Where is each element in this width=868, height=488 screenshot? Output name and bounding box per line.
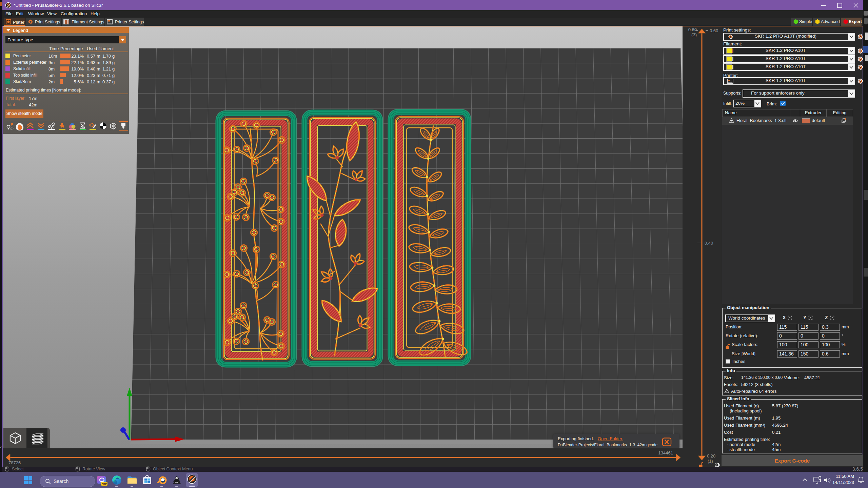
svg-text:PRE: PRE: [102, 483, 107, 486]
